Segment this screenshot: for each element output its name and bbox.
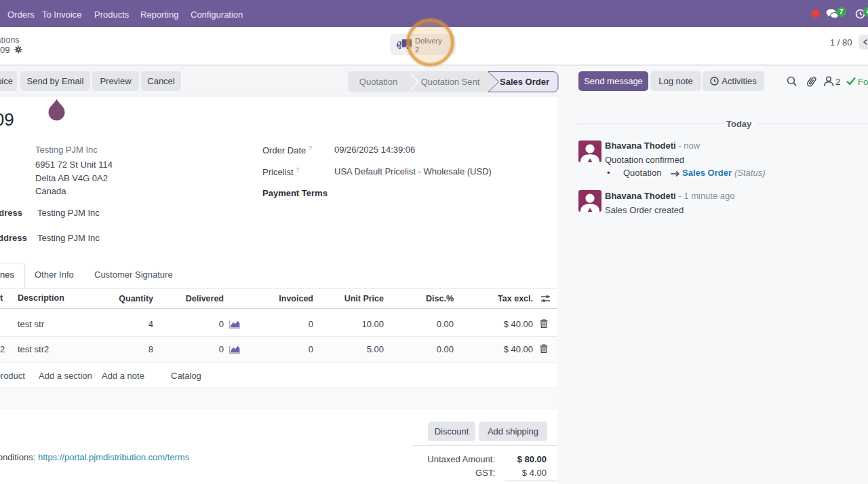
svg-text:Quotation: Quotation [359, 77, 397, 87]
svg-text:Quotation Sent: Quotation Sent [421, 77, 480, 87]
svg-text:Sales Order: Sales Order [500, 77, 549, 87]
